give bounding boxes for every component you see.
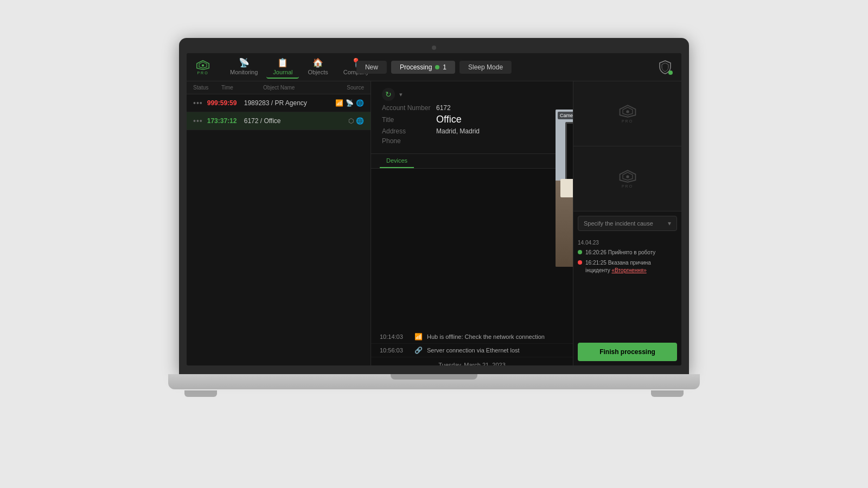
devices-tab[interactable]: Devices <box>380 154 414 168</box>
row-1-name: 1989283 / PR Agency <box>244 99 331 107</box>
nav-label-monitoring: Monitoring <box>230 69 258 75</box>
monitoring-row-1[interactable]: ••• 999:59:59 1989283 / PR Agency 📶 📡 🌐 <box>187 94 371 112</box>
list-header: Status Time Object Name Source <box>187 81 371 94</box>
incident-dropdown-text: Specify the incident cause <box>584 220 653 227</box>
objects-icon: 🏠 <box>312 57 323 68</box>
expand-arrow[interactable]: ▾ <box>399 91 403 98</box>
nav-label-objects: Objects <box>308 69 328 75</box>
processing-count: 1 <box>443 63 446 71</box>
processing-label: Processing <box>400 63 432 71</box>
camera-label: Camera 1 <box>558 112 573 119</box>
logo-icon <box>195 60 210 70</box>
svg-point-2 <box>626 175 629 178</box>
log-entry-2: 10:56:03 🔗 Server connection via Etherne… <box>371 344 573 357</box>
refresh-control[interactable]: ↻ <box>382 88 395 101</box>
account-number-label: Account Number <box>382 104 436 112</box>
timeline-section: 14.04.23 16:20:26 Прийнято в роботу 16:2… <box>573 235 681 281</box>
main-content: Status Time Object Name Source ••• 999:5… <box>187 81 681 365</box>
nav-item-monitoring[interactable]: 📡 Monitoring <box>224 55 264 79</box>
sleep-mode-button[interactable]: Sleep Mode <box>459 61 512 74</box>
laptop-foot-left <box>184 390 217 397</box>
middle-panel: ↻ ▾ Account Number 6172 Title Office <box>371 81 573 365</box>
header-source: Source <box>347 85 364 91</box>
thumb-logo-svg-2 <box>618 169 637 183</box>
laptop-foot-right <box>651 390 684 397</box>
phone-row: Phone <box>382 137 562 145</box>
refresh-icon: ↻ <box>385 90 392 99</box>
tv-cabinet <box>560 179 573 198</box>
log-icon-wifi: 📶 <box>414 333 423 341</box>
svg-point-0 <box>202 64 204 66</box>
camera-image: Camera 1 <box>556 110 573 267</box>
hub-icon: ⬡ <box>348 117 354 125</box>
account-number-row: Account Number 6172 <box>382 104 562 112</box>
incident-cause-dropdown[interactable]: Specify the incident cause ▾ <box>578 216 677 231</box>
left-panel: Status Time Object Name Source ••• 999:5… <box>187 81 371 365</box>
shield-icon <box>658 60 673 75</box>
log-date-separator: Tuesday, March 21, 2023 <box>371 357 573 365</box>
thumb-logo-2: PRO <box>618 169 637 188</box>
logo-text: PRO <box>197 71 208 75</box>
thumb-logo-1: PRO <box>618 104 637 123</box>
title-row: Title Office <box>382 114 562 125</box>
thumb-logo-svg-1 <box>618 104 637 118</box>
globe-icon-2: 🌐 <box>356 117 364 125</box>
nav-item-journal[interactable]: 📋 Journal <box>266 55 299 79</box>
timeline-date: 14.04.23 <box>578 240 677 246</box>
address-value: Madrid, Madrid <box>436 127 480 135</box>
camera-overlay: Camera 1 <box>556 110 573 267</box>
monitoring-icon: 📡 <box>239 57 250 68</box>
timeline-entry-1: 16:20:26 Прийнято в роботу <box>578 249 677 256</box>
journal-icon: 📋 <box>277 57 288 68</box>
laptop-notch <box>391 374 477 380</box>
right-panel: PRO PRO <box>573 81 681 365</box>
log-icon-net: 🔗 <box>414 346 423 354</box>
phone-label: Phone <box>382 137 436 145</box>
title-value: Office <box>436 114 462 125</box>
signal-icon: 📡 <box>346 99 354 107</box>
header-time: Time <box>221 85 257 91</box>
finish-processing-button[interactable]: Finish processing <box>578 343 677 361</box>
chevron-down-icon: ▾ <box>668 220 671 227</box>
log-section: 10:14:03 📶 Hub is offline: Check the net… <box>371 326 573 365</box>
webcam <box>432 46 436 50</box>
app-screen: PRO 📡 Monitoring 📋 Journal 🏠 <box>187 53 681 365</box>
camera-thumb-2[interactable]: PRO <box>573 146 681 211</box>
log-entry-1: 10:14:03 📶 Hub is offline: Check the net… <box>371 330 573 344</box>
laptop-shell: PRO 📡 Monitoring 📋 Journal 🏠 <box>168 38 700 450</box>
object-info: ↻ ▾ Account Number 6172 Title Office <box>371 81 573 154</box>
camera-thumb-1[interactable]: PRO <box>573 81 681 146</box>
row-1-time: 999:59:59 <box>207 99 240 107</box>
camera-scene <box>556 110 573 267</box>
title-label: Title <box>382 116 436 124</box>
row-1-dots: ••• <box>193 99 203 107</box>
address-label: Address <box>382 127 436 135</box>
header-status: Status <box>193 85 215 91</box>
wifi-icon: 📶 <box>335 99 343 107</box>
row-2-icons: ⬡ 🌐 <box>348 117 364 125</box>
screen-bezel: PRO 📡 Monitoring 📋 Journal 🏠 <box>179 38 689 374</box>
thumb-logo-text-2: PRO <box>622 184 633 188</box>
shield-status-dot <box>668 70 673 75</box>
laptop-bottom <box>168 374 700 389</box>
header-object-name: Object Name <box>263 85 340 91</box>
log-text-2: Server connection via Ethernet lost <box>427 347 564 354</box>
app-logo: PRO <box>195 60 210 75</box>
laptop-feet <box>184 390 684 397</box>
nav-item-objects[interactable]: 🏠 Objects <box>301 55 334 79</box>
svg-point-1 <box>626 110 629 113</box>
incident-type-link: «Вторгнення» <box>611 267 646 273</box>
row-1-icons: 📶 📡 🌐 <box>335 99 364 107</box>
log-text-1: Hub is offline: Check the network connec… <box>427 333 564 340</box>
top-nav: PRO 📡 Monitoring 📋 Journal 🏠 <box>187 53 681 81</box>
timeline-dot-green <box>578 250 582 254</box>
new-button[interactable]: New <box>356 61 387 74</box>
timeline-dot-red <box>578 260 582 265</box>
row-2-time: 173:37:12 <box>207 117 240 125</box>
processing-button[interactable]: Processing 1 <box>391 61 455 74</box>
address-row: Address Madrid, Madrid <box>382 127 562 135</box>
monitoring-row-2[interactable]: ••• 173:37:12 6172 / Office ⬡ 🌐 <box>187 112 371 130</box>
globe-icon-red: 🌐 <box>356 99 364 107</box>
devices-tab-bar: Devices <box>371 154 573 169</box>
row-2-name: 6172 / Office <box>244 117 344 125</box>
